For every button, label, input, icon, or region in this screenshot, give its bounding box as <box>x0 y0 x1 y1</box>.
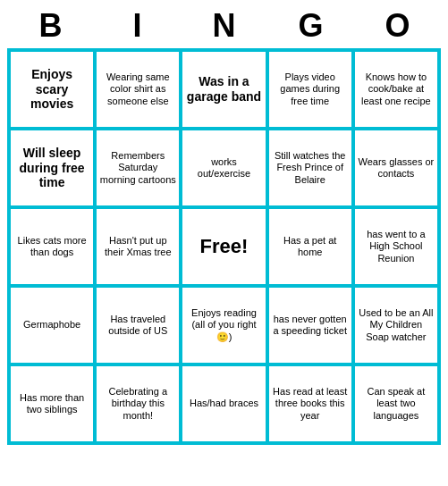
cell-15: Germaphobe <box>9 286 95 364</box>
cell-22: Has/had braces <box>181 364 266 443</box>
cell-20: Has more than two siblings <box>9 364 95 443</box>
cell-10: Likes cats more than dogs <box>9 207 95 286</box>
cell-24: Can speak at least two languages <box>353 364 439 443</box>
cell-14: has went to a High School Reunion <box>353 207 439 286</box>
cell-12: Free! <box>181 207 266 286</box>
header-letter-N: N <box>185 7 264 45</box>
cell-0: Enjoys scary movies <box>9 50 95 129</box>
header-letter-I: I <box>98 7 177 45</box>
cell-18: has never gotten a speeding ticket <box>267 286 353 364</box>
cell-1: Wearing same color shirt as someone else <box>95 50 181 129</box>
bingo-header: BINGO <box>7 7 441 45</box>
cell-16: Has traveled outside of US <box>95 286 181 364</box>
cell-11: Hasn't put up their Xmas tree <box>95 207 181 286</box>
cell-6: Remembers Saturday morning cartoons <box>95 129 181 207</box>
header-letter-B: B <box>12 7 90 45</box>
cell-17: Enjoys reading (all of you right 🙂) <box>181 286 266 364</box>
cell-3: Plays video games during free time <box>267 50 353 129</box>
cell-23: Has read at least three books this year <box>267 364 353 443</box>
cell-13: Has a pet at home <box>267 207 353 286</box>
cell-8: Still watches the Fresh Prince of Belair… <box>267 129 353 207</box>
cell-2: Was in a garage band <box>181 50 266 129</box>
header-letter-O: O <box>359 7 437 45</box>
cell-21: Celebrating a birthday this month! <box>95 364 181 443</box>
cell-5: Will sleep during free time <box>9 129 95 207</box>
header-letter-G: G <box>272 7 351 45</box>
cell-19: Used to be an All My Children Soap watch… <box>353 286 439 364</box>
bingo-grid: Enjoys scary moviesWearing same color sh… <box>7 48 441 445</box>
cell-9: Wears glasses or contacts <box>353 129 439 207</box>
cell-4: Knows how to cook/bake at least one reci… <box>353 50 439 129</box>
cell-7: works out/exercise <box>181 129 266 207</box>
